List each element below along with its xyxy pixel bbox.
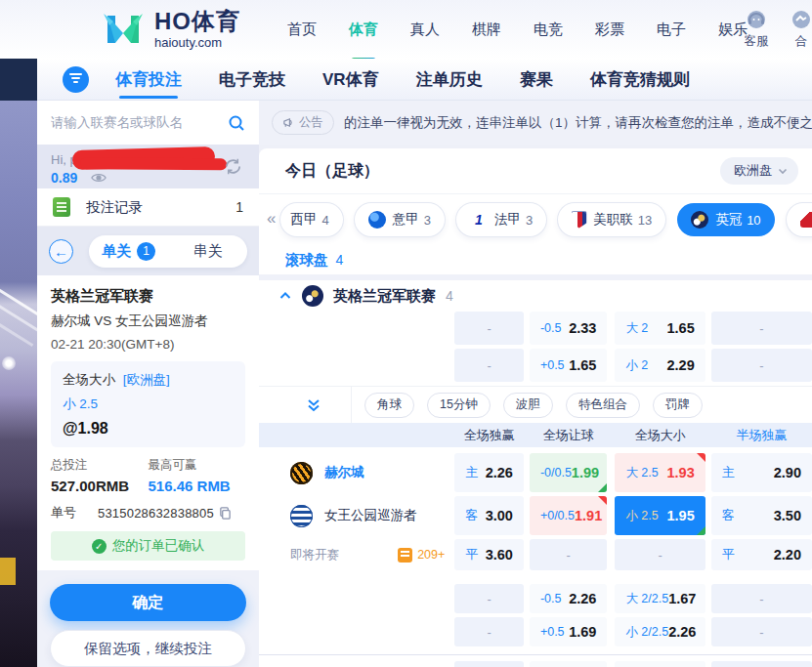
odds-cell-empty: - <box>711 584 812 613</box>
nav-board-games[interactable]: 棋牌 <box>472 21 501 39</box>
odds-cell-total[interactable]: 小 2/2.5 2.26 <box>615 617 705 646</box>
copy-icon[interactable] <box>219 507 232 520</box>
tab-single-bet[interactable]: 单关 1 <box>89 242 168 261</box>
odds-type-select[interactable]: 欧洲盘 <box>720 157 798 185</box>
subtab-corners[interactable]: 角球 <box>364 393 414 418</box>
odds-cell-ht-away[interactable]: 客 3.50 <box>711 496 812 535</box>
subnav-sports-betting[interactable]: 体育投注 <box>115 68 182 91</box>
league-tab-mls[interactable]: 美职联 13 <box>558 203 665 236</box>
redacted-username-scribble <box>72 146 215 170</box>
rolling-odds-row[interactable]: 滚球盘 4 <box>259 245 812 274</box>
odds-cell-over[interactable]: 大 2.5 1.93 <box>615 453 705 492</box>
scroll-left-icon[interactable]: « <box>265 209 280 230</box>
nav-home[interactable]: 首页 <box>287 21 317 39</box>
subtab-15min[interactable]: 15分钟 <box>427 393 491 418</box>
league-tab-ligue1[interactable]: 1 法甲 3 <box>456 203 546 236</box>
tab-parlay-bet[interactable]: 串关 <box>168 242 247 261</box>
nav-live-casino[interactable]: 真人 <box>410 21 440 39</box>
away-team-name[interactable]: 女王公园巡游者 <box>324 507 417 524</box>
betslip-sidebar: Hi, p 0.89 投注记录 1 ← 单关 1 串关 英格兰冠军联赛 赫尔城 … <box>37 101 259 667</box>
main-content: 公告 的注单一律视为无效，连串注单以（1）计算，请再次检查您的注单，造成不便之处… <box>259 101 812 667</box>
odds-cell-handicap[interactable]: -0.5 2.33 <box>530 312 607 345</box>
partner-label: 合 <box>779 33 812 50</box>
odds-cell-under-selected[interactable]: 小 2.5 1.95 <box>615 496 705 535</box>
mls-logo-icon <box>572 212 586 229</box>
search-input[interactable] <box>51 115 228 130</box>
subtab-cards[interactable]: 罚牌 <box>653 393 703 418</box>
odds-row: - +0.5 1.69 小 2/2.5 2.26 - <box>259 617 812 646</box>
subnav-bet-history[interactable]: 注单历史 <box>416 68 483 91</box>
column-half-time-result: 半场独赢 <box>711 427 812 444</box>
odds-cell-handicap[interactable]: +0.5 1.65 <box>530 349 607 382</box>
subtab-correct-score[interactable]: 波胆 <box>503 393 553 418</box>
odds-cell-ht-home[interactable]: 主 2.90 <box>711 453 812 492</box>
subnav-esports[interactable]: 电子竞技 <box>219 68 285 91</box>
subnav-vr-sports[interactable]: VR体育 <box>322 68 379 91</box>
column-full-time-total: 全场大小 <box>615 427 705 444</box>
slip-selection-box: 全场大小 [欧洲盘] 小 2.5 @1.98 <box>51 361 245 447</box>
markets-count-icon <box>398 548 412 563</box>
odds-cell-handicap[interactable]: -0.5 2.26 <box>530 584 607 613</box>
column-full-time-result: 全场独赢 <box>455 427 524 444</box>
nav-slots[interactable]: 电子 <box>657 21 686 39</box>
odds-cell-empty: - <box>454 349 524 382</box>
subtab-specials[interactable]: 特色组合 <box>566 393 640 418</box>
user-info: Hi, p 0.89 <box>37 145 259 188</box>
filter-button[interactable] <box>63 66 89 93</box>
max-win-value: 516.46 RMB <box>149 478 246 494</box>
odds-cell-total[interactable]: 大 2 1.65 <box>615 312 705 345</box>
nav-esports[interactable]: 电竞 <box>534 21 563 39</box>
single-bet-count-badge: 1 <box>137 242 155 261</box>
confirm-button[interactable]: 确定 <box>50 584 246 621</box>
customer-service-button[interactable]: 客服 <box>734 8 779 50</box>
refresh-icon[interactable] <box>223 156 243 177</box>
stadium-background-image <box>0 101 37 667</box>
collapse-chevron-icon[interactable] <box>278 289 292 303</box>
league-tab-primeira[interactable]: 葡超 5 <box>787 203 812 236</box>
league-section-name: 英格兰冠军联赛 <box>333 287 436 306</box>
announcement-pill: 公告 <box>272 110 334 135</box>
search-icon[interactable] <box>228 114 245 132</box>
double-chevron-down-icon[interactable] <box>306 397 321 413</box>
home-team-name[interactable]: 赫尔城 <box>324 464 364 481</box>
odds-cell-total[interactable]: 大 2/2.5 1.67 <box>615 584 705 613</box>
brand-logo[interactable]: HO体育 haiouty.com <box>102 8 240 51</box>
subnav-results[interactable]: 赛果 <box>520 68 553 91</box>
nav-sports[interactable]: 体育 <box>349 21 378 39</box>
order-confirmed-banner: ✓ 您的订单已确认 <box>51 531 245 561</box>
league-tab-championship[interactable]: 英冠 10 <box>677 203 774 236</box>
market-subtabs: 角球 15分钟 波胆 特色组合 罚牌 <box>259 387 812 423</box>
odds-cell-away-win[interactable]: 客 3.00 <box>454 496 524 535</box>
partner-button[interactable]: 合 <box>779 8 812 50</box>
odds-cell-ht-draw[interactable]: 平 2.20 <box>711 539 812 570</box>
odds-cell-home-win[interactable]: 主 2.26 <box>454 453 524 492</box>
collapse-slip-button[interactable]: ← <box>49 239 73 264</box>
eye-icon[interactable] <box>91 170 107 186</box>
qpr-logo-icon <box>290 505 313 527</box>
headset-icon <box>745 8 768 31</box>
league-tab-seriea[interactable]: 意甲 3 <box>355 203 445 236</box>
nav-lottery[interactable]: 彩票 <box>595 21 624 39</box>
odds-cell-handicap[interactable]: +0.5 1.69 <box>530 617 607 646</box>
league-tab-laliga[interactable]: 西甲 4 <box>280 203 342 236</box>
keep-selection-button[interactable]: 保留选项，继续投注 <box>50 630 246 667</box>
bet-record-row[interactable]: 投注记录 1 <box>37 188 259 227</box>
odds-cell-home-handicap[interactable]: -0/0.5 1.99 <box>530 453 607 492</box>
page-title: 今日（足球） <box>285 161 720 182</box>
odds-column-headers: 全场独赢 全场让球 全场大小 半场独赢 <box>259 423 812 447</box>
announcement-label: 公告 <box>299 114 323 131</box>
odds-type-value: 欧洲盘 <box>734 162 772 180</box>
odds-cell-total[interactable]: 小 2 2.29 <box>615 349 705 382</box>
subnav-rules[interactable]: 体育竞猜规则 <box>590 68 690 91</box>
odds-cell-draw[interactable]: 平 3.60 <box>454 539 524 570</box>
odds-cell-empty: - <box>454 312 524 345</box>
slip-league-name: 英格兰冠军联赛 <box>51 287 245 306</box>
more-markets-button[interactable]: 209+ <box>398 548 445 563</box>
odds-row: - -0.5 2.33 大 2 1.65 - <box>259 312 812 345</box>
slip-match-time: 02-21 20:30(GMT+8) <box>51 337 245 352</box>
customer-service-label: 客服 <box>734 33 779 50</box>
chevron-down-icon <box>777 165 789 177</box>
odds-cell-away-handicap[interactable]: +0/0.5 1.91 <box>530 496 607 535</box>
odds-cell-empty: - <box>454 617 524 646</box>
total-stake-label: 总投注 <box>51 457 149 474</box>
